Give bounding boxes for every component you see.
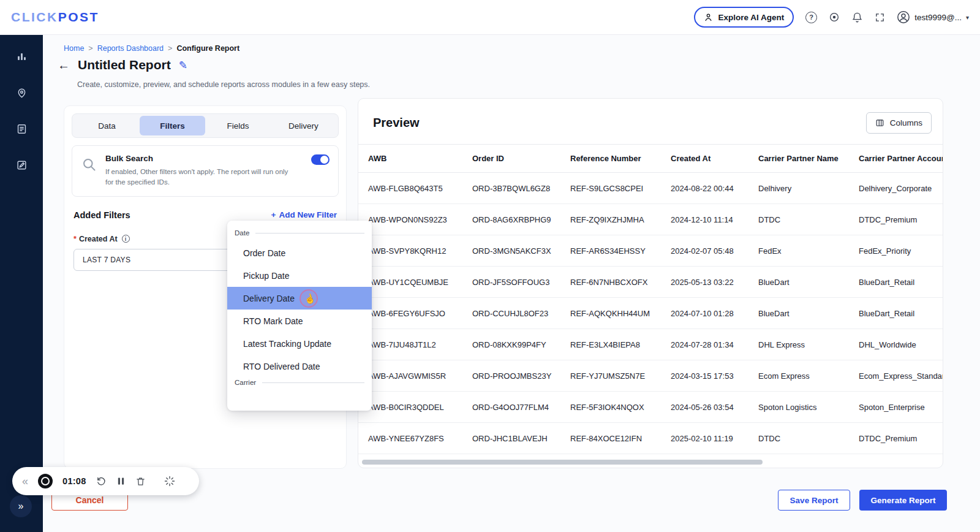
table-cell: REF-5F3IOK4NQOX [560, 392, 661, 423]
table-cell: REF-S9LGCS8CPEI [560, 173, 661, 204]
breadcrumb-separator: > [88, 44, 92, 53]
record-dot [41, 477, 50, 485]
restart-recording-icon[interactable] [96, 476, 107, 487]
table-cell: REF-E3LX4BIEPA8 [560, 329, 661, 360]
table-cell: ORD-3MGN5AKCF3X [462, 235, 560, 267]
table-cell: Spoton_Enterprise [849, 392, 943, 423]
preview-title: Preview [373, 116, 420, 130]
table-cell: AWB-FLGB8Q643T5 [358, 173, 462, 204]
preview-table-head-row: AWBOrder IDReference NumberCreated AtCar… [358, 145, 943, 173]
bulk-search-description: If enabled, Other filters won't apply. T… [105, 167, 292, 188]
sidebar-item-orders-icon[interactable] [16, 123, 28, 135]
save-report-button[interactable]: Save Report [778, 490, 850, 511]
bulk-search-card: Bulk Search If enabled, Other filters wo… [72, 145, 339, 197]
menu-item-delivery-date[interactable]: Delivery Date☝ [227, 287, 372, 310]
plus-icon: + [271, 210, 276, 219]
tab-delivery[interactable]: Delivery [271, 116, 336, 135]
horizontal-scrollbar-thumb[interactable] [362, 460, 763, 465]
tab-filters[interactable]: Filters [140, 116, 205, 135]
table-cell: Delhivery_Corporate [849, 173, 943, 204]
menu-item-latest-tracking-update[interactable]: Latest Tracking Update [227, 332, 372, 355]
table-cell: 2024-07-28 01:34 [661, 329, 748, 360]
table-cell: BlueDart_Retail [849, 298, 943, 329]
column-header-created-at: Created At [661, 145, 748, 173]
back-button[interactable]: ← [58, 58, 70, 72]
explore-ai-agent-button[interactable]: Explore AI Agent [694, 7, 794, 28]
table-cell: 2025-05-13 03:22 [661, 267, 748, 298]
table-cell: 2024-12-10 11:14 [661, 204, 748, 235]
created-at-value: LAST 7 DAYS [83, 256, 130, 264]
menu-item-rto-mark-date[interactable]: RTO Mark Date [227, 310, 372, 332]
menu-item-order-date[interactable]: Order Date [227, 241, 372, 264]
clickpost-logo[interactable]: CLICKPOST [11, 10, 99, 25]
table-row: AWB-FLGB8Q643T5ORD-3B7BQWL6GZ8REF-S9LGCS… [358, 173, 943, 204]
record-stop-button[interactable] [38, 474, 53, 488]
column-header-awb: AWB [358, 145, 462, 173]
add-new-filter-button[interactable]: + Add New Filter [271, 210, 337, 219]
sidebar-expand-button[interactable]: » [10, 495, 32, 517]
column-header-reference-number: Reference Number [560, 145, 661, 173]
columns-button[interactable]: Columns [866, 112, 932, 134]
created-at-label: Created At [79, 235, 118, 243]
double-chevron-left-icon[interactable]: « [22, 475, 28, 488]
table-cell: BlueDart_Retail [849, 267, 943, 298]
menu-item-pickup-date[interactable]: Pickup Date [227, 264, 372, 287]
table-cell: 2024-02-07 05:48 [661, 235, 748, 267]
required-asterisk: * [74, 235, 77, 243]
columns-button-label: Columns [890, 118, 922, 127]
breadcrumb-separator: > [168, 44, 172, 53]
fullscreen-icon[interactable] [875, 12, 885, 23]
menu-section-label: Date [227, 228, 372, 241]
table-cell: Ecom_Express_Standard [849, 360, 943, 392]
menu-item-rto-delivered-date[interactable]: RTO Delivered Date [227, 355, 372, 378]
breadcrumb: Home > Reports Dashboard > Configure Rep… [64, 44, 239, 53]
table-cell: AWB-6FEGY6UFSJO [358, 298, 462, 329]
table-cell: 2024-08-22 00:44 [661, 173, 748, 204]
table-cell: DTDC [748, 423, 849, 454]
column-header-carrier-partner-account: Carrier Partner Account [849, 145, 943, 173]
filter-type-menu: DateOrder DatePickup DateDelivery Date☝R… [227, 221, 372, 411]
toggle-knob [320, 156, 328, 164]
page-title: Untitled Report [78, 58, 171, 72]
table-cell: Ecom Express [748, 360, 849, 392]
sidebar-item-analytics-icon[interactable] [16, 51, 28, 63]
table-row: AWB-6FEGY6UFSJOORD-CCUHJL8OF23REF-AQKQKH… [358, 298, 943, 329]
user-menu[interactable]: test9999@... ▾ [897, 10, 969, 24]
left-sidebar [0, 35, 43, 532]
help-icon[interactable]: ? [805, 12, 817, 23]
logo-text-post: POST [58, 10, 99, 24]
delete-recording-icon[interactable] [135, 476, 146, 487]
section-divider [262, 382, 364, 383]
breadcrumb-reports-dashboard[interactable]: Reports Dashboard [97, 44, 164, 53]
table-cell: FedEx [748, 235, 849, 267]
breadcrumb-home[interactable]: Home [64, 44, 84, 53]
generate-report-button[interactable]: Generate Report [859, 490, 947, 511]
preview-card: Preview Columns AWBOrder IDReference Num… [358, 98, 943, 468]
column-header-order-id: Order ID [462, 145, 560, 173]
sidebar-item-reports-icon[interactable] [16, 159, 28, 171]
table-cell: 2024-05-26 03:54 [661, 392, 748, 423]
add-new-filter-label: Add New Filter [279, 210, 337, 219]
tab-data[interactable]: Data [74, 116, 140, 135]
hand-cursor-icon: ☝ [303, 292, 317, 306]
bulk-search-toggle[interactable] [311, 154, 330, 165]
pause-recording-icon[interactable] [116, 476, 126, 486]
tabs: DataFiltersFieldsDelivery [72, 113, 339, 138]
info-icon[interactable]: i [122, 235, 130, 243]
target-icon[interactable] [829, 12, 840, 23]
screen-recorder-toolbar: « 01:08 [12, 467, 199, 495]
edit-title-icon[interactable]: ✎ [179, 59, 187, 72]
table-cell: ORD-JHC1BLAVEJH [462, 423, 560, 454]
click-effect-icon[interactable] [164, 476, 175, 487]
table-cell: REF-ZQ9IXZHJMHA [560, 204, 661, 235]
added-filters-heading: Added Filters [74, 210, 130, 220]
tab-fields[interactable]: Fields [205, 116, 271, 135]
explore-ai-agent-label: Explore AI Agent [718, 13, 784, 22]
table-cell: 2024-07-10 01:28 [661, 298, 748, 329]
breadcrumb-configure-report: Configure Report [176, 44, 239, 53]
sidebar-item-tracking-icon[interactable] [16, 87, 28, 99]
notifications-bell-icon[interactable] [851, 12, 863, 23]
table-cell: Delhivery [748, 173, 849, 204]
table-cell: AWB-B0CIR3QDDEL [358, 392, 462, 423]
table-row: AWB-WPON0NS92Z3ORD-8AG6XRBPHG9REF-ZQ9IXZ… [358, 204, 943, 235]
